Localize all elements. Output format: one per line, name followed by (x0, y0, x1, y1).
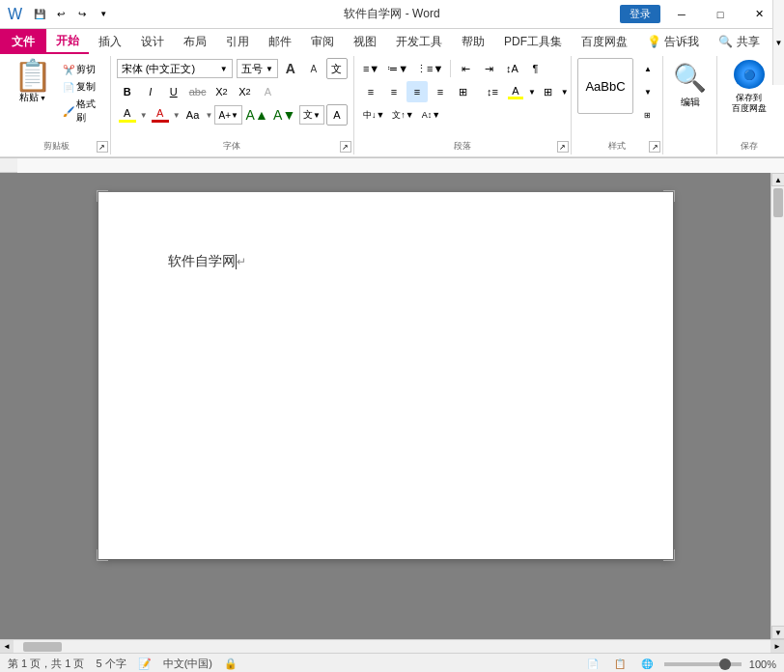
save-qat-btn[interactable]: 💾 (30, 5, 49, 24)
align-left-btn[interactable]: ≡ (360, 81, 381, 102)
doc-body: 软件自学网↵ ▲ ▼ (0, 173, 784, 639)
save-group-label: 保存 (741, 140, 758, 153)
style-expand-btn[interactable]: ⊞ (637, 104, 658, 126)
highlight-arrow: ▼ (140, 111, 148, 120)
phonetic-button[interactable]: 文 ▼ (299, 105, 324, 125)
shading-btn[interactable]: A (505, 81, 526, 102)
copy-button[interactable]: 📄 复制 (60, 79, 106, 95)
bullet-list-btn[interactable]: ≡▼ (360, 58, 382, 79)
wenbiao-btn[interactable]: 文 (326, 58, 348, 79)
columns-btn[interactable]: ⊞ (453, 81, 474, 102)
align-center-btn[interactable]: ≡ (383, 81, 405, 102)
view-mode-3[interactable]: 🌐 (637, 656, 657, 673)
menu-help[interactable]: 帮助 (452, 29, 494, 54)
font-size-down-btn[interactable]: A (303, 58, 324, 79)
title-text: 软件自学网 - Word (344, 6, 439, 22)
sort-btn[interactable]: ↕A (501, 58, 522, 79)
line-spacing-btn[interactable]: ↕≡ (482, 81, 503, 102)
vertical-scrollbar[interactable]: ▲ ▼ (770, 173, 784, 639)
bold-button[interactable]: B (117, 81, 138, 102)
style-scroll-down[interactable]: ▼ (637, 81, 658, 102)
edit-button[interactable]: 🔍 编辑 (669, 58, 712, 116)
h-scroll-thumb[interactable] (23, 642, 62, 652)
menu-insert[interactable]: 插入 (89, 29, 131, 54)
font-expand[interactable]: ↗ (340, 141, 351, 153)
scroll-right-btn[interactable]: ► (770, 640, 784, 654)
font-color-button[interactable]: A (150, 104, 171, 126)
style-preview[interactable]: AaBbC (577, 58, 633, 114)
horizontal-scrollbar[interactable]: ◄ ► (0, 639, 784, 653)
subscript-button[interactable]: X2 (210, 81, 232, 102)
font-family-selector[interactable]: 宋体 (中文正文) ▼ (117, 59, 233, 78)
menu-developer[interactable]: 开发工具 (386, 29, 452, 54)
font-size-selector[interactable]: 五号 ▼ (237, 59, 278, 78)
char-border-button[interactable]: A (326, 104, 348, 126)
clear-format-button[interactable]: A (257, 81, 278, 102)
italic-button[interactable]: I (140, 81, 161, 102)
menu-file[interactable]: 文件 (0, 29, 46, 54)
cn-layout2-btn[interactable]: 文↑▼ (389, 104, 416, 126)
inner-document[interactable]: 软件自学网↵ (0, 173, 770, 639)
increase-indent-btn[interactable]: ⇥ (478, 58, 499, 79)
cn-layout1-btn[interactable]: 中↓▼ (360, 104, 387, 126)
view-mode-1[interactable]: 📄 (583, 656, 602, 673)
document-wrapper: 软件自学网↵ ▲ ▼ ◄ ► (0, 158, 784, 653)
redo-qat-btn[interactable]: ↪ (72, 5, 92, 24)
zoom-level[interactable]: 100% (749, 658, 776, 670)
para-expand[interactable]: ↗ (557, 141, 569, 153)
zoom-slider[interactable] (664, 662, 742, 666)
style-scroll-up[interactable]: ▲ (637, 58, 658, 79)
clipboard-expand[interactable]: ↗ (97, 141, 108, 153)
language-info[interactable]: 中文(中国) (163, 657, 212, 671)
cn-layout3-btn[interactable]: A↕▼ (419, 104, 443, 126)
align-right-btn[interactable]: ≡ (406, 81, 428, 102)
menu-baidu[interactable]: 百度网盘 (572, 29, 637, 54)
menu-mailings[interactable]: 邮件 (259, 29, 301, 54)
menu-share[interactable]: 🔍 共享 (709, 29, 769, 54)
menu-references[interactable]: 引用 (216, 29, 259, 54)
menu-tell-me[interactable]: 💡 告诉我 (637, 29, 709, 54)
menu-layout[interactable]: 布局 (174, 29, 216, 54)
show-marks-btn[interactable]: ¶ (524, 58, 546, 79)
scroll-up-btn[interactable]: ▲ (771, 173, 784, 186)
multilevel-list-btn[interactable]: ⋮≡▼ (413, 58, 446, 79)
font-family-value: 宋体 (中文正文) (122, 62, 195, 76)
close-button[interactable]: ✕ (742, 1, 776, 28)
toolbar-scroll-right[interactable]: ▼ (772, 0, 784, 85)
undo-qat-btn[interactable]: ↩ (51, 5, 70, 24)
menu-design[interactable]: 设计 (131, 29, 174, 54)
paste-button[interactable]: 📋 粘贴 ▼ (8, 58, 58, 106)
justify-btn[interactable]: ≡ (430, 81, 451, 102)
font-size-up-btn[interactable]: A (280, 58, 301, 79)
font-shade-button[interactable]: Aa (182, 104, 204, 126)
minimize-button[interactable]: ─ (664, 1, 699, 28)
h-scroll-track (14, 640, 770, 654)
border-btn[interactable]: ⊞ (538, 81, 559, 102)
scroll-left-btn[interactable]: ◄ (0, 640, 14, 654)
view-mode-2[interactable]: 📋 (610, 656, 630, 673)
menu-home[interactable]: 开始 (46, 29, 89, 54)
font-size-dec[interactable]: A▼ (271, 104, 297, 126)
text-highlight-button[interactable]: A (117, 104, 138, 126)
decrease-indent-btn[interactable]: ⇤ (455, 58, 476, 79)
font-case-button[interactable]: A+ ▼ (214, 105, 241, 125)
font-size-inc[interactable]: A▲ (244, 104, 270, 126)
save-to-baidu-button[interactable]: 🔵 保存到 百度网盘 (723, 58, 775, 116)
scroll-thumb[interactable] (773, 188, 783, 217)
style-expand[interactable]: ↗ (649, 141, 660, 153)
strikethrough-button[interactable]: abc (186, 81, 210, 102)
qat-dropdown[interactable]: ▼ (94, 5, 113, 24)
format-painter-button[interactable]: 🖌️ 格式刷 (60, 97, 106, 126)
numbered-list-btn[interactable]: ≔▼ (384, 58, 411, 79)
scroll-down-btn[interactable]: ▼ (771, 626, 784, 639)
underline-button[interactable]: U (163, 81, 184, 102)
font-row1: 宋体 (中文正文) ▼ 五号 ▼ A A 文 (117, 58, 348, 79)
menu-pdf[interactable]: PDF工具集 (494, 29, 572, 54)
maximize-button[interactable]: □ (703, 1, 738, 28)
login-button[interactable]: 登录 (620, 5, 660, 23)
para-row3: 中↓▼ 文↑▼ A↕▼ (360, 104, 565, 126)
menu-review[interactable]: 审阅 (301, 29, 344, 54)
cut-button[interactable]: ✂️ 剪切 (60, 62, 106, 77)
menu-view[interactable]: 视图 (344, 29, 386, 54)
superscript-button[interactable]: X2 (234, 81, 255, 102)
